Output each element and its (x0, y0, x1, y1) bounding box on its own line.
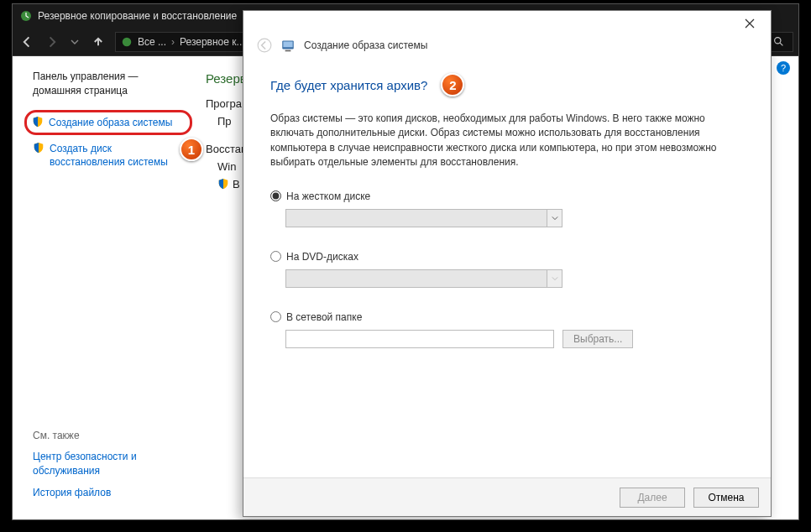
wizard-description: Образ системы — это копия дисков, необхо… (270, 112, 744, 170)
breadcrumb-item[interactable]: Все ... (138, 36, 166, 48)
chevron-down-icon (547, 270, 562, 287)
radio-label: На DVD-дисках (286, 251, 358, 263)
radio-label: На жестком диске (286, 190, 370, 202)
nav-up-button[interactable] (88, 32, 108, 52)
section-heading: Резерв (206, 71, 247, 86)
annotation-marker-1: 1 (180, 138, 203, 161)
svg-rect-5 (283, 42, 292, 48)
nav-history-dropdown[interactable] (65, 32, 85, 52)
option-network: В сетевой папке Выбрать... (270, 311, 744, 348)
dialog-body: Где будет хранится архив? 2 Образ систем… (243, 63, 771, 477)
link-label: Создать диск восстановления системы (50, 142, 187, 169)
radio-input[interactable] (270, 251, 281, 262)
svg-point-3 (258, 39, 271, 52)
text-fragment: Програ (206, 97, 247, 110)
radio-label: В сетевой папке (286, 311, 362, 323)
help-icon[interactable]: ? (777, 61, 790, 75)
link-label: Создание образа системы (49, 116, 172, 129)
dialog-header: Создание образа системы (243, 36, 771, 63)
dialog-footer: Далее Отмена (243, 477, 771, 516)
nav-back-button[interactable] (18, 32, 38, 52)
highlight-annotation: Создание образа системы (24, 110, 192, 135)
chevron-down-icon (547, 210, 562, 227)
radio-input[interactable] (270, 190, 281, 201)
cancel-button[interactable]: Отмена (693, 488, 759, 508)
create-system-image-link[interactable]: Создание образа системы (32, 116, 185, 129)
wizard-back-icon[interactable] (257, 38, 272, 53)
shield-icon (217, 178, 229, 190)
system-image-icon (280, 38, 296, 53)
control-panel-home-link[interactable]: Панель управления — домашняя страница (33, 70, 187, 98)
svg-point-2 (774, 38, 780, 44)
radio-dvd[interactable]: На DVD-дисках (270, 251, 744, 263)
dialog-titlebar (243, 11, 771, 36)
main-content-partial: Резерв Програ Пр Восстан Win В (206, 71, 247, 194)
see-also-section: См. также Центр безопасности и обслужива… (33, 430, 197, 508)
next-button: Далее (620, 488, 685, 508)
chevron-right-icon: › (171, 36, 175, 48)
browse-button: Выбрать... (562, 330, 633, 348)
see-also-heading: См. также (33, 430, 197, 441)
sidebar: Панель управления — домашняя страница Со… (13, 56, 197, 519)
svg-rect-6 (285, 50, 291, 52)
file-history-link[interactable]: История файлов (33, 486, 197, 499)
create-recovery-disc-link[interactable]: Создать диск восстановления системы (33, 142, 187, 169)
network-path-input[interactable] (285, 330, 554, 348)
window-title: Резервное копирование и восстановление (38, 10, 237, 22)
shield-icon (33, 142, 44, 155)
dvd-combobox (285, 269, 562, 288)
radio-network[interactable]: В сетевой папке (270, 311, 744, 323)
radio-hard-disk[interactable]: На жестком диске (270, 190, 744, 202)
svg-point-1 (123, 37, 132, 46)
option-dvd: На DVD-дисках (270, 251, 744, 288)
radio-input[interactable] (270, 311, 281, 322)
text-fragment: Восстан (206, 143, 247, 155)
nav-forward-button[interactable] (41, 32, 61, 52)
breadcrumb-item[interactable]: Резервное к... (180, 36, 245, 48)
create-system-image-dialog: Создание образа системы Где будет хранит… (243, 10, 772, 517)
security-center-link[interactable]: Центр безопасности и обслуживания (33, 450, 197, 477)
close-button[interactable] (732, 12, 767, 35)
backup-path-icon (121, 36, 133, 48)
backup-restore-app-icon (19, 9, 33, 23)
option-hard-disk: На жестком диске (270, 190, 744, 227)
wizard-question: Где будет хранится архив? 2 (270, 73, 744, 96)
annotation-marker-2: 2 (441, 73, 464, 96)
shield-icon (32, 116, 44, 129)
hard-disk-combobox[interactable] (285, 209, 562, 227)
dialog-title: Создание образа системы (304, 39, 427, 51)
